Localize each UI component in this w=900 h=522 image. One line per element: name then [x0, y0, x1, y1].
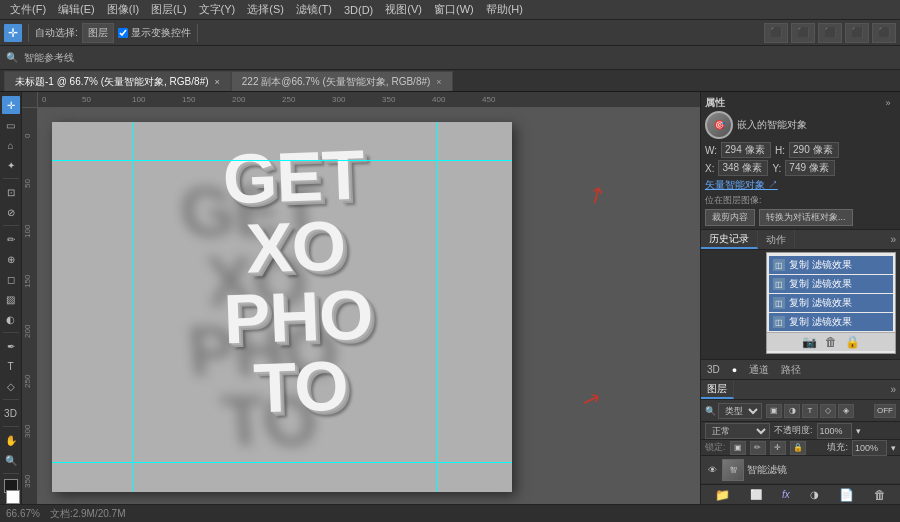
ps-document-canvas[interactable]: GETXOPHOTO GETXOPHOTO [52, 122, 512, 492]
tab-circle[interactable]: ● [726, 360, 743, 379]
status-bar: 66.67% 文档:2.9M/20.7M [0, 504, 900, 522]
tab-actions[interactable]: 动作 [758, 230, 795, 249]
history-item-1[interactable]: ◫ 复制 滤镜效果 [769, 275, 893, 293]
lock-all-btn[interactable]: 🔒 [790, 441, 806, 455]
menu-layer[interactable]: 图层(L) [145, 0, 192, 19]
layer-vis-1[interactable] [705, 463, 719, 477]
filter-smart-btn[interactable]: ◈ [838, 404, 854, 418]
add-adj-btn[interactable]: ◑ [810, 489, 819, 500]
tool-brush[interactable]: ✏ [2, 230, 20, 248]
show-transform-check[interactable] [118, 28, 128, 38]
wh-row: W: H: [705, 142, 896, 158]
menu-file[interactable]: 文件(F) [4, 0, 52, 19]
crop-content-btn[interactable]: 裁剪内容 [705, 209, 755, 226]
x-label: X: [705, 163, 714, 174]
panel-3d-tabs: 3D ● 通道 路径 [701, 360, 900, 380]
filter-type-select[interactable]: 类型 [718, 403, 762, 419]
tool-clone[interactable]: ⊕ [2, 250, 20, 268]
tool-hand[interactable]: ✋ [2, 431, 20, 449]
y-input[interactable] [785, 160, 835, 176]
tool-pen[interactable]: ✒ [2, 337, 20, 355]
canvas-area[interactable]: 0 50 100 150 200 250 300 350 400 450 0 5… [22, 92, 700, 504]
tool-eraser[interactable]: ◻ [2, 270, 20, 288]
filter-pixel-btn[interactable]: ▣ [766, 404, 782, 418]
history-item-0[interactable]: ◫ 复制 滤镜效果 [769, 256, 893, 274]
menu-text[interactable]: 文字(Y) [193, 0, 242, 19]
x-input[interactable] [718, 160, 768, 176]
menu-help[interactable]: 帮助(H) [480, 0, 529, 19]
layer-mode-row: 正常 不透明度: ▾ [701, 422, 900, 440]
align-left[interactable]: ⬛ [764, 23, 788, 43]
show-transform-label: 显示变换控件 [118, 26, 191, 40]
menu-filter[interactable]: 滤镜(T) [290, 0, 338, 19]
align-center[interactable]: ⬛ [791, 23, 815, 43]
tool-magic-wand[interactable]: ✦ [2, 156, 20, 174]
tab-3d[interactable]: 3D [701, 360, 726, 379]
history-item-3[interactable]: ◫ 复制 滤镜效果 [769, 313, 893, 331]
tool-dodge[interactable]: ◐ [2, 310, 20, 328]
tab-close-2[interactable]: × [436, 77, 441, 87]
smart-obj-link[interactable]: 矢量智能对象 ↗ [705, 178, 778, 192]
menu-view[interactable]: 视图(V) [379, 0, 428, 19]
blend-mode-select[interactable]: 正常 [705, 423, 770, 439]
tab-layers[interactable]: 图层 [701, 380, 734, 399]
new-group-btn[interactable]: 📁 [715, 488, 730, 502]
fill-input[interactable] [852, 440, 887, 456]
tool-crop[interactable]: ⊡ [2, 183, 20, 201]
opacity-input[interactable] [817, 423, 852, 439]
filter-toggle[interactable]: OFF [874, 404, 896, 418]
w-input[interactable] [721, 142, 771, 158]
convert-btn[interactable]: 转换为对话框对象... [759, 209, 853, 226]
history-camera-btn[interactable]: 📷 [802, 335, 817, 349]
lock-transparent-btn[interactable]: ▣ [730, 441, 746, 455]
distribute[interactable]: ⬛ [845, 23, 869, 43]
lock-paint-btn[interactable]: ✏ [750, 441, 766, 455]
tool-move[interactable]: ✛ [2, 96, 20, 114]
menu-image[interactable]: 图像(I) [101, 0, 145, 19]
tool-text[interactable]: T [2, 357, 20, 375]
layers-expand-btn[interactable]: » [890, 384, 896, 395]
tool-eyedropper[interactable]: ⊘ [2, 203, 20, 221]
lock-move-btn[interactable]: ✛ [770, 441, 786, 455]
xy-row: X: Y: [705, 160, 896, 176]
ruler-corner [22, 92, 38, 108]
panel-expand-icon[interactable]: » [890, 234, 896, 245]
menu-window[interactable]: 窗口(W) [428, 0, 480, 19]
filter-adj-btn[interactable]: ◑ [784, 404, 800, 418]
tab-document1[interactable]: 未标题-1 @ 66.7% (矢量智能对象, RGB/8#) × [4, 71, 231, 91]
tool-select-rect[interactable]: ▭ [2, 116, 20, 134]
background-color[interactable] [6, 490, 20, 504]
tab-document2[interactable]: 222 副本@66.7% (矢量智能对象, RGB/8#) × [231, 71, 453, 91]
history-label-2: 复制 滤镜效果 [789, 296, 852, 310]
history-trash-btn[interactable]: 🗑 [825, 335, 837, 349]
filter-text-btn[interactable]: T [802, 404, 818, 418]
arrange[interactable]: ⬛ [872, 23, 896, 43]
tab-history[interactable]: 历史记录 [701, 230, 758, 249]
history-item-2[interactable]: ◫ 复制 滤镜效果 [769, 294, 893, 312]
y-label: Y: [772, 163, 781, 174]
delete-layer-btn[interactable]: 🗑 [874, 488, 886, 502]
tool-gradient[interactable]: ▨ [2, 290, 20, 308]
filter-shape-btn[interactable]: ◇ [820, 404, 836, 418]
add-mask-btn[interactable]: ⬜ [750, 489, 762, 500]
h-input[interactable] [789, 142, 839, 158]
tab-close-1[interactable]: × [215, 77, 220, 87]
tool-3d[interactable]: 3D [2, 404, 20, 422]
props-expand-btn[interactable]: » [880, 95, 896, 111]
menu-3d[interactable]: 3D(D) [338, 0, 379, 19]
auto-select-dropdown[interactable]: 图层 [82, 23, 114, 43]
tool-lasso[interactable]: ⌂ [2, 136, 20, 154]
tool-zoom[interactable]: 🔍 [2, 451, 20, 469]
move-tool[interactable]: ✛ [4, 24, 22, 42]
history-popup: ◫ 复制 滤镜效果 ◫ 复制 滤镜效果 ◫ 复制 滤镜效果 ◫ 复制 滤镜效果 [766, 252, 896, 354]
layer-row-smart-filter-1[interactable]: 智 智能滤镜 [701, 456, 900, 484]
toolbar-sep2 [197, 24, 198, 42]
menu-select[interactable]: 选择(S) [241, 0, 290, 19]
tab-paths[interactable]: 路径 [775, 360, 807, 379]
align-right[interactable]: ⬛ [818, 23, 842, 43]
menu-edit[interactable]: 编辑(E) [52, 0, 101, 19]
new-layer-btn[interactable]: 📄 [839, 488, 854, 502]
tab-channels[interactable]: 通道 [743, 360, 775, 379]
tool-shape[interactable]: ◇ [2, 377, 20, 395]
add-fx-btn[interactable]: fx [782, 489, 790, 500]
